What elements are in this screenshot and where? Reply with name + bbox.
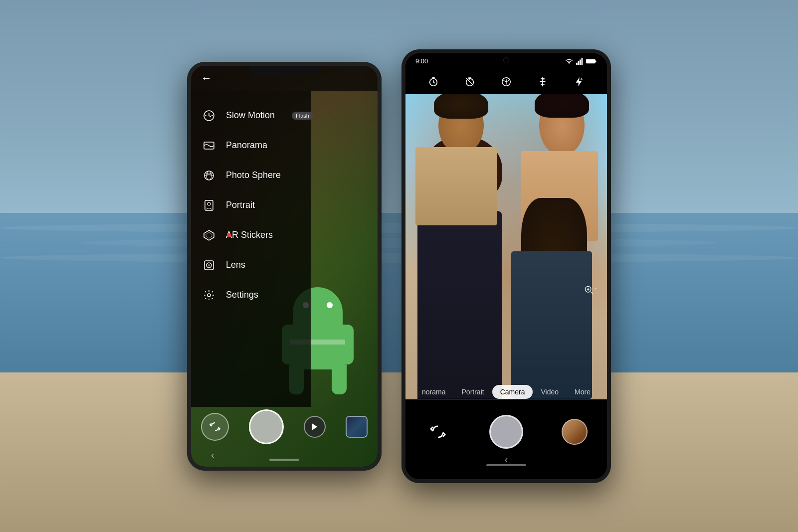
timer-icon[interactable] [428, 76, 439, 87]
camera-preview-right: ⁺ [405, 83, 607, 399]
camera-menu: Slow Motion Flash Panorama [191, 91, 311, 407]
svg-point-2 [204, 171, 213, 180]
menu-item-portrait[interactable]: Portrait [191, 190, 311, 220]
gallery-thumbnail-right[interactable] [562, 419, 588, 445]
white-balance-icon[interactable]: A [537, 76, 548, 87]
bottom-controls-right [405, 412, 607, 452]
signal-icon [576, 58, 583, 65]
svg-text:A: A [580, 77, 583, 81]
shutter-button-left[interactable] [249, 409, 284, 444]
mode-tabs: norama Portrait Camera Video More [405, 382, 607, 402]
panorama-label: Panorama [226, 140, 267, 151]
lens-label: Lens [226, 260, 245, 270]
back-nav-right[interactable]: ‹ [505, 454, 508, 465]
body-bottomright [511, 251, 592, 399]
phones-container: ← Slow Motion Flash [0, 0, 798, 532]
video-button[interactable] [304, 416, 326, 438]
wifi-icon [565, 58, 573, 65]
menu-item-panorama[interactable]: Panorama [191, 131, 311, 161]
back-button[interactable]: ← [201, 72, 212, 85]
time-display: 9:00 [415, 57, 428, 65]
ar-dot [227, 233, 231, 237]
slow-motion-icon [201, 108, 217, 124]
phone-right-body: 9:00 [401, 49, 611, 483]
android-leg-right [332, 364, 347, 394]
status-icons [565, 58, 597, 65]
battery-icon [586, 58, 597, 64]
zoom-indicator[interactable]: ⁺ [584, 285, 597, 295]
ar-stickers-icon [201, 227, 217, 243]
tab-camera[interactable]: Camera [492, 385, 533, 399]
menu-item-settings[interactable]: Settings [191, 280, 311, 310]
settings-icon [201, 287, 217, 303]
photo-sphere-label: Photo Sphere [226, 170, 281, 180]
hdr-icon[interactable] [501, 76, 512, 87]
menu-item-ar-stickers[interactable]: AR Stickers [191, 220, 311, 250]
svg-point-3 [206, 171, 211, 180]
svg-rect-18 [582, 58, 583, 65]
portrait-label: Portrait [226, 200, 255, 210]
timer-off-icon[interactable] [464, 76, 475, 87]
gallery-thumbnail-left[interactable] [346, 416, 368, 438]
zoom-level: ⁺ [595, 287, 597, 292]
slow-motion-label: Slow Motion [226, 110, 275, 121]
svg-marker-14 [312, 423, 318, 430]
phone-left: ← Slow Motion Flash [187, 62, 382, 471]
people-group [405, 83, 607, 399]
svg-rect-19 [586, 59, 595, 63]
tab-panorama[interactable]: norama [414, 385, 453, 399]
flash-icon[interactable]: A [574, 76, 585, 87]
svg-rect-17 [580, 59, 581, 65]
tab-more[interactable]: More [567, 385, 598, 399]
svg-line-28 [591, 292, 593, 294]
home-indicator-left [269, 459, 299, 461]
body-topleft [415, 147, 497, 225]
person-top-left [415, 83, 506, 225]
portrait-icon [201, 197, 217, 213]
photo-sphere-icon [201, 168, 217, 183]
settings-label: Settings [226, 290, 258, 300]
tab-portrait[interactable]: Portrait [454, 385, 492, 399]
svg-point-13 [207, 294, 210, 297]
bottom-controls-left [191, 407, 378, 447]
svg-point-12 [208, 264, 210, 266]
svg-point-4 [206, 173, 208, 175]
hair-topleft [434, 90, 488, 119]
notch-left [249, 66, 319, 76]
tab-video[interactable]: Video [533, 385, 567, 399]
svg-text:A: A [543, 77, 545, 80]
svg-marker-8 [204, 230, 214, 240]
panorama-icon [201, 138, 217, 154]
back-nav-left[interactable]: ‹ [211, 449, 214, 461]
shutter-button-right[interactable] [489, 415, 523, 449]
flash-badge: Flash [292, 112, 313, 120]
person-bottom-right [506, 193, 607, 399]
punch-hole-camera [503, 57, 509, 63]
menu-item-lens[interactable]: Lens [191, 250, 311, 280]
svg-point-5 [209, 173, 211, 175]
phone-right: 9:00 [401, 49, 611, 483]
body-main [417, 211, 502, 399]
svg-rect-16 [578, 61, 580, 65]
svg-rect-20 [595, 60, 596, 62]
svg-rect-15 [576, 62, 578, 64]
phone-left-body: ← Slow Motion Flash [187, 62, 382, 471]
svg-marker-9 [206, 232, 212, 238]
menu-item-photo-sphere[interactable]: Photo Sphere [191, 161, 311, 190]
lens-icon [201, 257, 217, 273]
ar-stickers-label: AR Stickers [226, 230, 273, 240]
flip-camera-button[interactable] [201, 413, 229, 441]
svg-point-7 [207, 202, 210, 205]
menu-item-slow-motion[interactable]: Slow Motion Flash [191, 101, 311, 131]
camera-top-bar-right: A A [405, 69, 607, 94]
flip-camera-button-right[interactable] [425, 419, 451, 445]
